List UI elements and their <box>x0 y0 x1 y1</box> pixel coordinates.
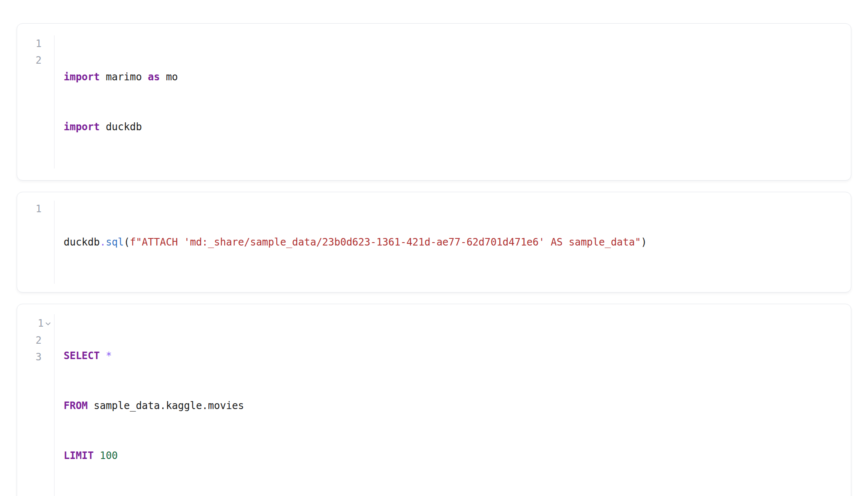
code-content: duckdb.sql(f"ATTACH 'md:_share/sample_da… <box>55 201 647 284</box>
code-token: duckdb <box>64 236 100 248</box>
function-token: sql <box>106 236 124 248</box>
code-editor-sql[interactable]: 1 2 3 SELECT * FROM sample_data.kaggle.m… <box>17 304 851 496</box>
code-line: import marimo as mo <box>64 69 178 85</box>
code-token: ( <box>124 236 130 248</box>
code-token <box>100 350 106 362</box>
line-number: 1 <box>17 201 54 217</box>
line-number-gutter: 1 <box>17 201 55 284</box>
operator-token: . <box>100 236 106 248</box>
code-content: import marimo as mo import duckdb <box>55 35 178 169</box>
chevron-down-icon[interactable] <box>45 315 51 332</box>
keyword-token: SELECT <box>64 350 100 362</box>
code-line: import duckdb <box>64 119 178 135</box>
code-line: SELECT * <box>64 347 244 364</box>
keyword-token: import <box>64 71 100 83</box>
code-line: FROM sample_data.kaggle.movies <box>64 397 244 414</box>
keyword-token: import <box>64 121 100 133</box>
import-cell: 1 2 import marimo as mo import duckdb <box>17 23 851 181</box>
code-line: LIMIT 100 <box>64 447 244 464</box>
attach-cell: 1 duckdb.sql(f"ATTACH 'md:_share/sample_… <box>17 192 851 293</box>
code-token <box>94 450 99 461</box>
line-number: 1 <box>17 35 54 52</box>
line-number-text: 1 <box>38 315 44 332</box>
line-number-gutter: 1 2 <box>17 35 55 169</box>
code-token: marimo <box>100 71 148 83</box>
keyword-token: FROM <box>64 400 88 412</box>
line-number: 2 <box>17 52 54 69</box>
code-line: duckdb.sql(f"ATTACH 'md:_share/sample_da… <box>64 234 647 250</box>
code-token: duckdb <box>100 121 142 133</box>
line-number: 3 <box>17 349 54 365</box>
code-editor-attach[interactable]: 1 duckdb.sql(f"ATTACH 'md:_share/sample_… <box>17 201 851 284</box>
code-token: sample_data.kaggle.movies <box>88 400 244 412</box>
string-token: f"ATTACH 'md:_share/sample_data/23b0d623… <box>130 236 641 248</box>
line-number: 1 <box>17 314 54 332</box>
keyword-token: LIMIT <box>64 450 94 461</box>
sql-cell: 1 2 3 SELECT * FROM sample_data.kaggle.m… <box>17 304 851 496</box>
number-token: 100 <box>100 450 118 461</box>
code-editor-imports[interactable]: 1 2 import marimo as mo import duckdb <box>17 35 851 169</box>
code-content: SELECT * FROM sample_data.kaggle.movies … <box>55 314 244 496</box>
operator-token: * <box>106 350 112 362</box>
line-number-gutter: 1 2 3 <box>17 314 55 496</box>
code-token: ) <box>641 236 647 248</box>
code-token: mo <box>160 71 178 83</box>
marimo-notebook: 1 2 import marimo as mo import duckdb 1 … <box>0 0 868 496</box>
line-number: 2 <box>17 332 54 349</box>
keyword-token: as <box>148 71 160 83</box>
